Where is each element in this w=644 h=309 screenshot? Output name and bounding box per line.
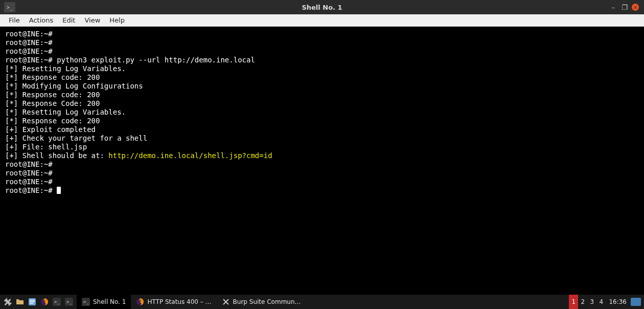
maximize-button[interactable]: ❐: [620, 3, 629, 11]
terminal-line: root@INE:~#: [5, 178, 639, 186]
terminal-line: root@INE:~#: [5, 47, 639, 56]
taskbar: >_ >_ >_Shell No. 1HTTP Status 400 – …Bu…: [0, 295, 644, 309]
terminal-line: root@INE:~#: [5, 38, 639, 47]
workspace-1[interactable]: 1: [569, 295, 578, 309]
menubar: File Actions Edit View Help: [0, 14, 644, 27]
firefox-icon: [136, 298, 144, 306]
workspace-2[interactable]: 2: [578, 295, 587, 309]
burp-icon: [222, 298, 230, 306]
task-firefox[interactable]: HTTP Status 400 – …: [131, 295, 216, 309]
terminal-line: [+] Shell should be at: http://demo.ine.…: [5, 151, 639, 160]
task-label: Burp Suite Commun…: [233, 298, 301, 305]
task-burp[interactable]: Burp Suite Commun…: [217, 295, 306, 309]
svg-rect-1: [30, 300, 35, 301]
svg-rect-2: [30, 301, 35, 302]
terminal-line: [*] Response code: 200: [5, 117, 639, 125]
terminal-line: root@INE:~# python3 exploit.py --url htt…: [5, 56, 639, 64]
terminal-line: [+] File: shell.jsp: [5, 143, 639, 151]
terminal-tray-icon-2[interactable]: >_: [64, 297, 74, 306]
tool-icon[interactable]: [3, 297, 12, 306]
shell-icon: >_: [82, 298, 90, 306]
terminal-line: root@INE:~#: [5, 186, 639, 195]
app-icon: >_: [4, 2, 15, 12]
svg-text:>_: >_: [66, 299, 72, 304]
terminal-line: [+] Exploit completed: [5, 125, 639, 134]
notes-icon[interactable]: [28, 297, 37, 306]
close-button[interactable]: ×: [632, 4, 639, 11]
highlight-url: http://demo.ine.local/shell.jsp?cmd=id: [108, 151, 272, 160]
menu-help[interactable]: Help: [105, 14, 129, 26]
terminal-line: root@INE:~#: [5, 169, 639, 178]
terminal-line: [*] Response Code: 200: [5, 99, 639, 108]
task-shell[interactable]: >_Shell No. 1: [77, 295, 131, 309]
terminal-line: [+] Check your target for a shell: [5, 134, 639, 143]
terminal-line: [*] Resetting Log Variables.: [5, 108, 639, 117]
menu-actions[interactable]: Actions: [25, 14, 58, 26]
titlebar: >_ Shell No. 1 – ❐ ×: [0, 0, 644, 14]
window-title: Shell No. 1: [302, 4, 342, 11]
firefox-tray-icon[interactable]: [40, 297, 49, 306]
workspace-3[interactable]: 3: [587, 295, 596, 309]
clock: 16:36: [606, 298, 630, 305]
workspace-4[interactable]: 4: [596, 295, 606, 309]
menu-file[interactable]: File: [4, 14, 25, 26]
minimize-button[interactable]: –: [609, 3, 617, 11]
panel-toggle-icon[interactable]: [631, 298, 641, 306]
terminal-tray-icon-1[interactable]: >_: [52, 297, 61, 306]
terminal-line: root@INE:~#: [5, 30, 639, 38]
task-label: HTTP Status 400 – …: [147, 298, 211, 305]
menu-edit[interactable]: Edit: [58, 14, 80, 26]
svg-text:>_: >_: [83, 299, 89, 304]
svg-text:>_: >_: [54, 299, 60, 304]
svg-rect-3: [30, 303, 33, 304]
terminal-line: [*] Response code: 200: [5, 91, 639, 99]
terminal-line: root@INE:~#: [5, 160, 639, 169]
terminal-line: [*] Response code: 200: [5, 73, 639, 82]
terminal-line: [*] Modifying Log Configurations: [5, 82, 639, 91]
terminal-line: [*] Resetting Log Variables.: [5, 64, 639, 73]
files-icon[interactable]: [15, 297, 25, 306]
cursor: [57, 187, 61, 194]
task-label: Shell No. 1: [93, 298, 126, 305]
terminal[interactable]: root@INE:~# root@INE:~# root@INE:~# root…: [0, 27, 644, 295]
menu-view[interactable]: View: [80, 14, 105, 26]
